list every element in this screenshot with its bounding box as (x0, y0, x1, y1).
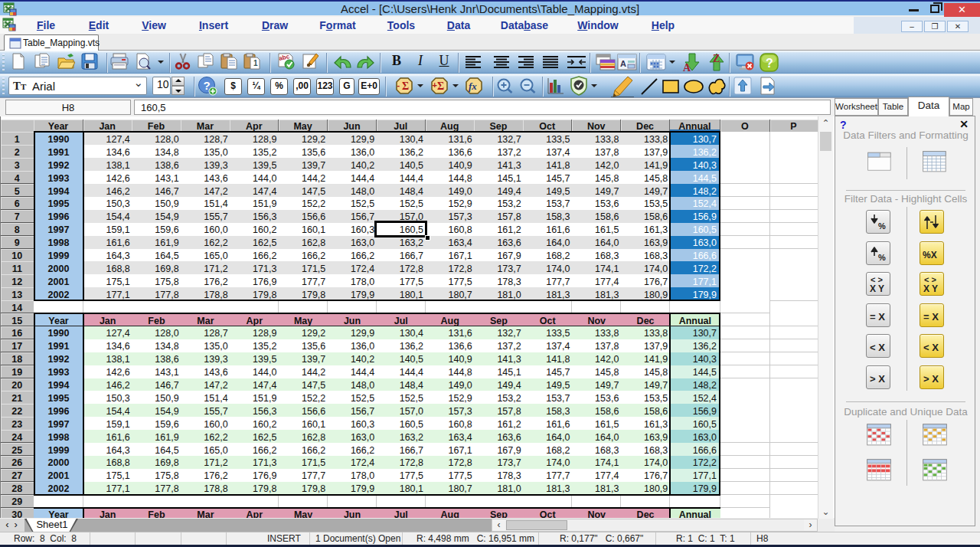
svg-text:Σ: Σ (402, 80, 409, 92)
svg-text:Σ: Σ (437, 80, 444, 92)
svg-text:%X: %X (923, 250, 937, 260)
svg-text:> X: > X (923, 373, 939, 385)
svg-text:X Y: X Y (870, 283, 884, 294)
svg-text:A: A (620, 59, 626, 68)
svg-text:+: + (433, 80, 437, 90)
svg-text:?: ? (766, 57, 773, 70)
svg-text:%: % (878, 221, 886, 231)
svg-text:A: A (683, 62, 691, 72)
svg-text:< X: < X (923, 342, 939, 353)
svg-text:-: - (397, 80, 400, 90)
svg-text:%: % (878, 253, 886, 262)
svg-text:> X: > X (870, 373, 885, 385)
svg-text:fx: fx (469, 80, 477, 92)
svg-text:1: 1 (253, 59, 258, 67)
svg-text:X Y: X Y (923, 283, 938, 294)
svg-text:= X: = X (923, 311, 939, 323)
svg-text:= X: = X (870, 311, 885, 323)
svg-text:< X: < X (870, 342, 885, 353)
svg-text:Z: Z (713, 53, 720, 64)
